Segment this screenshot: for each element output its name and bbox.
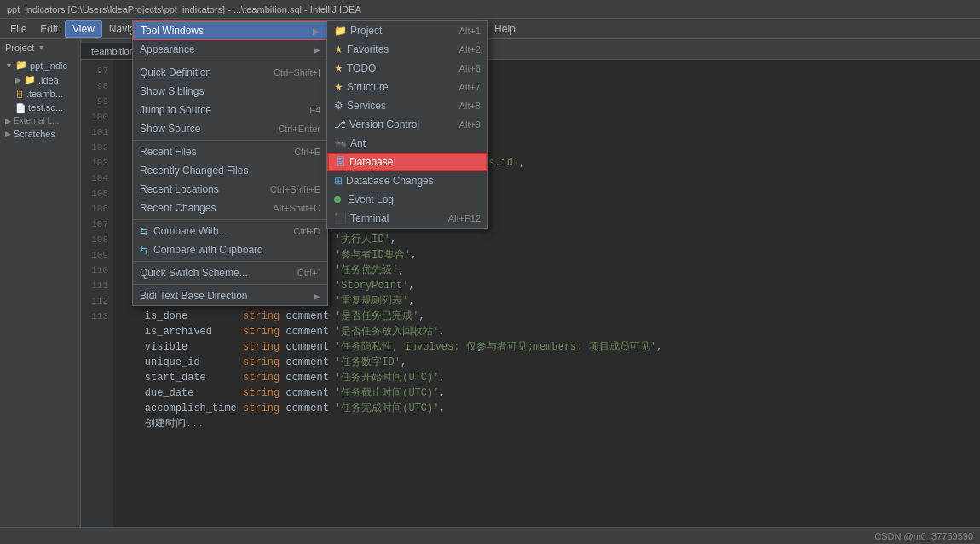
submenu-arrow-appearance-icon: ▶ [314, 45, 320, 55]
tw-item-event-log[interactable]: Event Log [327, 190, 487, 209]
code-line: due_date string comment '任务截止时间(UTC)', [120, 385, 973, 401]
tw-item-ant[interactable]: 🐜 Ant [327, 134, 487, 153]
sidebar-item-root[interactable]: ▼ 📁 ppt_indic [0, 58, 80, 72]
sidebar-item-test[interactable]: 📄 test.sc... [0, 101, 80, 114]
tw-item-services[interactable]: ⚙ Services Alt+8 [327, 96, 487, 115]
folder-icon-project: 📁 [334, 25, 347, 37]
sql-icon-teamb: 🗄 [15, 90, 24, 99]
tw-item-database[interactable]: 🗄 Database [327, 153, 487, 171]
code-line: visible string comment '任务隐私性, involves:… [120, 339, 973, 355]
menu-file[interactable]: File [3, 21, 33, 37]
sidebar-project-label: Project [5, 43, 34, 53]
menu-view[interactable]: View [65, 20, 102, 38]
tw-ant-label: Ant [350, 137, 366, 149]
tw-item-favorites[interactable]: ★ Favorites Alt+2 [327, 40, 487, 59]
view-menu-item-quick-definition[interactable]: Quick Definition Ctrl+Shift+I [133, 63, 327, 82]
tw-db-changes-label: Database Changes [346, 175, 434, 187]
tw-services-shortcut: Alt+8 [459, 101, 481, 111]
folder-icon-idea: 📁 [24, 74, 36, 85]
tw-services-label: Services [347, 100, 386, 112]
tw-item-project[interactable]: 📁 Project Alt+1 [327, 21, 487, 40]
view-menu-item-show-source[interactable]: Show Source Ctrl+Enter [133, 119, 327, 138]
sidebar-item-scratches[interactable]: ▶ Scratches [0, 127, 80, 141]
quick-switch-label: Quick Switch Scheme... [140, 267, 248, 279]
tool-windows-submenu: 📁 Project Alt+1 ★ Favorites Alt+2 ★ TODO… [326, 20, 488, 229]
sidebar-item-idea[interactable]: ▶ 📁 .idea [0, 72, 80, 87]
tw-item-version-control[interactable]: ⎇ Version Control Alt+9 [327, 115, 487, 134]
show-source-shortcut: Ctrl+Enter [278, 124, 320, 134]
title-bar: ppt_indicators [C:\Users\IdeaProjects\pp… [0, 0, 980, 19]
tw-item-todo[interactable]: ★ TODO Alt+6 [327, 59, 487, 78]
jump-to-source-shortcut: F4 [309, 105, 320, 115]
menu-edit[interactable]: Edit [33, 21, 65, 37]
tw-item-terminal[interactable]: ⬛ Terminal Alt+F12 [327, 209, 487, 228]
sidebar-ext-label: External L... [14, 116, 59, 125]
tw-item-database-changes[interactable]: ⊞ Database Changes [327, 171, 487, 190]
tw-vc-label: Version Control [349, 119, 419, 130]
sidebar-scratches-label: Scratches [14, 129, 55, 139]
tw-project-label: Project [350, 25, 382, 37]
ant-icon: 🐜 [334, 137, 347, 149]
menu-separator-2 [133, 140, 327, 141]
recent-changes-shortcut: Alt+Shift+C [273, 203, 320, 213]
vc-icon: ⎇ [334, 119, 346, 130]
recent-files-label: Recent Files [140, 146, 197, 158]
sidebar-test-label: test.sc... [28, 102, 63, 113]
view-menu-item-recent-files[interactable]: Recent Files Ctrl+E [133, 142, 327, 161]
tw-structure-label: Structure [347, 81, 389, 93]
sidebar-tree: ▼ 📁 ppt_indic ▶ 📁 .idea 🗄 .teamb... 📄 te… [0, 56, 80, 142]
view-menu-item-recent-locations[interactable]: Recent Locations Ctrl+Shift+E [133, 180, 327, 199]
compare-with-shortcut: Ctrl+D [294, 226, 320, 236]
submenu-arrow-icon: ▶ [313, 26, 320, 36]
recent-locations-shortcut: Ctrl+Shift+E [270, 184, 320, 194]
tree-arrow-ext: ▶ [5, 117, 11, 125]
file-icon-test: 📄 [15, 103, 26, 113]
terminal-icon: ⬛ [334, 212, 347, 224]
appearance-label: Appearance [140, 43, 195, 55]
tw-todo-shortcut: Alt+6 [459, 63, 481, 73]
code-line: unique_id string comment '任务数字ID', [120, 355, 973, 370]
show-siblings-label: Show Siblings [140, 85, 204, 97]
jump-to-source-label: Jump to Source [140, 104, 211, 116]
view-menu-item-show-siblings[interactable]: Show Siblings [133, 82, 327, 101]
sidebar-teamb-label: .teamb... [26, 89, 63, 99]
tw-structure-shortcut: Alt+7 [459, 82, 481, 92]
view-menu-item-appearance[interactable]: Appearance ▶ [133, 40, 327, 59]
star-icon-todo: ★ [334, 62, 343, 74]
code-line: is_archived string comment '是否任务放入回收站', [120, 324, 973, 339]
bottom-bar: CSDN @m0_37759590 [0, 527, 980, 544]
compare-icon: ⇆ [140, 225, 148, 237]
view-menu-item-recent-changes[interactable]: Recent Changes Alt+Shift+C [133, 199, 327, 217]
submenu-arrow-bidi-icon: ▶ [314, 292, 320, 301]
quick-switch-shortcut: Ctrl+` [297, 268, 320, 278]
view-menu-item-compare-with[interactable]: ⇆ Compare With... Ctrl+D [133, 222, 327, 240]
sidebar-item-teamb[interactable]: 🗄 .teamb... [0, 87, 80, 101]
bidi-label: Bidi Text Base Direction [140, 290, 248, 302]
view-menu-item-compare-clipboard[interactable]: ⇆ Compare with Clipboard [133, 240, 327, 259]
view-menu-item-recently-changed[interactable]: Recently Changed Files [133, 161, 327, 180]
code-line: is_done string comment '是否任务已完成', [120, 309, 973, 324]
view-menu: Tool Windows ▶ Appearance ▶ Quick Defini… [132, 20, 328, 306]
compare-clipboard-label: Compare with Clipboard [153, 244, 263, 256]
recent-files-shortcut: Ctrl+E [294, 147, 320, 157]
tw-item-structure[interactable]: ★ Structure Alt+7 [327, 78, 487, 96]
code-line: 创建时间... [120, 416, 973, 431]
menu-separator-1 [133, 61, 327, 61]
tw-database-label: Database [349, 156, 393, 168]
tw-project-shortcut: Alt+1 [459, 26, 481, 36]
view-menu-item-jump-to-source[interactable]: Jump to Source F4 [133, 101, 327, 119]
recent-changes-label: Recent Changes [140, 202, 216, 214]
quick-definition-shortcut: Ctrl+Shift+I [274, 67, 320, 78]
view-menu-item-quick-switch[interactable]: Quick Switch Scheme... Ctrl+` [133, 263, 327, 282]
sidebar-header[interactable]: Project ▼ [0, 39, 80, 56]
view-menu-item-tool-windows[interactable]: Tool Windows ▶ [133, 21, 327, 40]
view-menu-item-bidi[interactable]: Bidi Text Base Direction ▶ [133, 286, 327, 305]
menu-help[interactable]: Help [487, 21, 522, 37]
menu-separator-4 [133, 261, 327, 262]
tool-windows-label: Tool Windows [141, 25, 204, 37]
quick-definition-label: Quick Definition [140, 67, 211, 78]
tree-arrow-icon: ▼ [5, 61, 13, 70]
title-text: ppt_indicators [C:\Users\IdeaProjects\pp… [7, 4, 361, 14]
sidebar-item-ext[interactable]: ▶ External L... [0, 114, 80, 127]
watermark-text: CSDN @m0_37759590 [874, 531, 973, 541]
